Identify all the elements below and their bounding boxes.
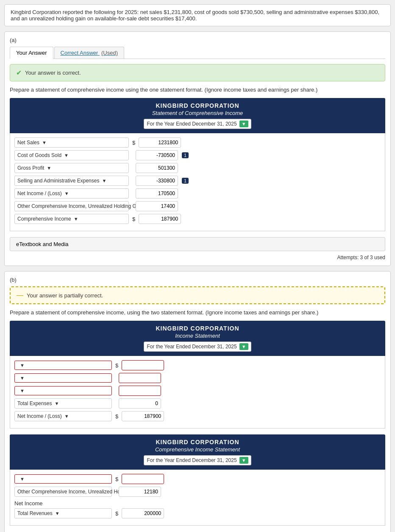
sel-arrow-6: ▼: [74, 216, 78, 221]
income-value-1[interactable]: [119, 373, 161, 383]
income-row-0: ▼ $: [14, 360, 381, 370]
info-text: Kingbird Corporation reported the follow…: [11, 9, 379, 22]
comp-stmt-body: ▼ $ Other Comprehensive Income, Unrealiz…: [10, 470, 385, 526]
stmt-row-0: Net Sales ▼ $: [14, 137, 381, 148]
partial-text: Your answer is partially correct.: [27, 292, 103, 299]
comp-year-arrow: ▼: [239, 457, 248, 464]
value-input-6[interactable]: [139, 214, 181, 224]
income-label-1[interactable]: ▼: [14, 373, 112, 383]
comp-value-2[interactable]: [122, 508, 164, 518]
badge-1: 1: [182, 152, 189, 158]
income-arrow-3: ▼: [54, 401, 59, 406]
value-input-3[interactable]: [136, 176, 178, 186]
etextbook-button-a[interactable]: eTextbook and Media: [10, 237, 385, 251]
year-dropdown-a[interactable]: For the Year Ended December 31, 2025 ▼: [144, 119, 251, 129]
section-b-label: (b): [10, 277, 385, 283]
income-label-4[interactable]: Net Income / (Loss) ▼: [14, 411, 112, 421]
income-year-dropdown[interactable]: For the Year Ended December 31, 2025 ▼: [144, 342, 251, 352]
income-arrow-1: ▼: [20, 375, 25, 381]
comp-year-dropdown[interactable]: For the Year Ended December 31, 2025 ▼: [144, 455, 251, 465]
income-year-label: For the Year Ended December 31, 2025: [147, 344, 236, 350]
income-row-3: Total Expenses ▼: [14, 398, 381, 409]
sel-arrow-0: ▼: [42, 140, 47, 145]
comp-corp-name: KINGBIRD CORPORATION: [14, 439, 381, 445]
comp-dollar-2: $: [114, 510, 119, 517]
stmt-row-2: Gross Profit ▼: [14, 163, 381, 173]
value-input-0[interactable]: [139, 137, 181, 148]
tab-correct-answer-a[interactable]: Correct Answer (Used): [54, 47, 125, 59]
stmt-row-5: Other Comprehensive Income, Unrealized H…: [14, 201, 381, 211]
income-value-2[interactable]: [119, 386, 161, 396]
income-dollar-0: $: [114, 362, 119, 369]
comp-row-2: Total Revenues ▼ $: [14, 508, 381, 518]
comp-label-1[interactable]: Other Comprehensive Income, Unrealized H…: [14, 487, 112, 497]
tab-used-label: (Used): [101, 50, 118, 56]
comp-label-0[interactable]: ▼: [14, 474, 112, 484]
label-select-1[interactable]: Cost of Goods Sold ▼: [14, 150, 129, 160]
stmt-title-a: Statement of Comprehensive Income: [14, 110, 381, 116]
stmt-row-1: Cost of Goods Sold ▼ 1: [14, 150, 381, 160]
income-arrow-0: ▼: [20, 363, 25, 368]
sel-arrow-3: ▼: [102, 178, 106, 183]
income-year-arrow: ▼: [239, 343, 248, 350]
label-select-2[interactable]: Gross Profit ▼: [14, 163, 129, 173]
comp-year-label: For the Year Ended December 31, 2025: [147, 457, 236, 463]
income-arrow-2: ▼: [20, 388, 25, 393]
comp-value-1[interactable]: [119, 487, 161, 497]
stmt-row-6: Comprehensive Income ▼ $: [14, 214, 381, 224]
comp-stmt-title: Comprehensive Income Statement: [14, 446, 381, 453]
income-stmt-title: Income Statement: [14, 333, 381, 339]
tab-your-answer-a[interactable]: Your Answer: [10, 47, 53, 59]
value-input-5[interactable]: [136, 201, 178, 211]
income-stmt-body: ▼ $ ▼ ▼ Total Expenses: [10, 356, 385, 428]
section-b-card: (b) — Your answer is partially correct. …: [4, 271, 391, 532]
value-input-1[interactable]: [136, 150, 178, 160]
section-a-card: (a) Your Answer Correct Answer (Used) ✔ …: [4, 31, 391, 266]
stmt-row-3: Selling and Administrative Expenses ▼ 1: [14, 176, 381, 186]
correct-text: Your answer is correct.: [25, 70, 81, 76]
instruction-b: Prepare a statement of comprehensive inc…: [10, 309, 385, 316]
dollar-6: $: [131, 216, 136, 222]
label-select-4[interactable]: Net Income / (Loss) ▼: [14, 188, 129, 199]
comp-row-1: Other Comprehensive Income, Unrealized H…: [14, 487, 381, 497]
comp-arrow-2: ▼: [55, 511, 60, 516]
label-select-0[interactable]: Net Sales ▼: [14, 137, 129, 148]
section-a-label: (a): [10, 37, 385, 43]
income-row-1: ▼: [14, 373, 381, 383]
sel-arrow-2: ▼: [47, 165, 51, 171]
net-income-label: Net Income: [14, 500, 381, 507]
stmt-header-a: KINGBIRD CORPORATION Statement of Compre…: [10, 98, 385, 133]
label-select-3[interactable]: Selling and Administrative Expenses ▼: [14, 176, 129, 186]
attempts-a: Attempts: 3 of 3 used: [10, 255, 385, 260]
check-icon: ✔: [16, 69, 22, 77]
year-label-a: For the Year Ended December 31, 2025: [147, 121, 236, 127]
value-input-2[interactable]: [136, 163, 178, 173]
income-label-3[interactable]: Total Expenses ▼: [14, 398, 112, 409]
info-box: Kingbird Corporation reported the follow…: [4, 4, 391, 26]
income-label-0[interactable]: ▼: [14, 361, 112, 370]
corp-name-a: KINGBIRD CORPORATION: [14, 102, 381, 109]
income-row-4: Net Income / (Loss) ▼ $: [14, 411, 381, 421]
comp-row-0: ▼ $: [14, 474, 381, 484]
comp-value-0[interactable]: [122, 474, 164, 484]
label-select-6[interactable]: Comprehensive Income ▼: [14, 214, 129, 224]
income-dollar-4: $: [114, 413, 119, 420]
label-select-5[interactable]: Other Comprehensive Income, Unrealized H…: [14, 201, 129, 211]
sel-arrow-1: ▼: [64, 153, 69, 158]
stmt-row-4: Net Income / (Loss) ▼: [14, 188, 381, 199]
income-value-4[interactable]: [122, 411, 164, 421]
tabs-a: Your Answer Correct Answer (Used): [10, 47, 385, 59]
value-input-4[interactable]: [136, 188, 178, 199]
dash-icon: —: [17, 291, 23, 299]
sel-arrow-4: ▼: [64, 191, 69, 196]
comp-label-2[interactable]: Total Revenues ▼: [14, 508, 112, 518]
income-label-2[interactable]: ▼: [14, 386, 112, 395]
comp-dollar-0: $: [114, 476, 119, 482]
year-arrow-a: ▼: [239, 120, 248, 127]
income-value-3[interactable]: [119, 398, 161, 409]
income-arrow-4: ▼: [64, 414, 69, 419]
instruction-a: Prepare a statement of comprehensive inc…: [10, 87, 385, 93]
income-value-0[interactable]: [122, 360, 164, 370]
income-corp-name: KINGBIRD CORPORATION: [14, 325, 381, 332]
comp-arrow-0: ▼: [20, 476, 25, 482]
